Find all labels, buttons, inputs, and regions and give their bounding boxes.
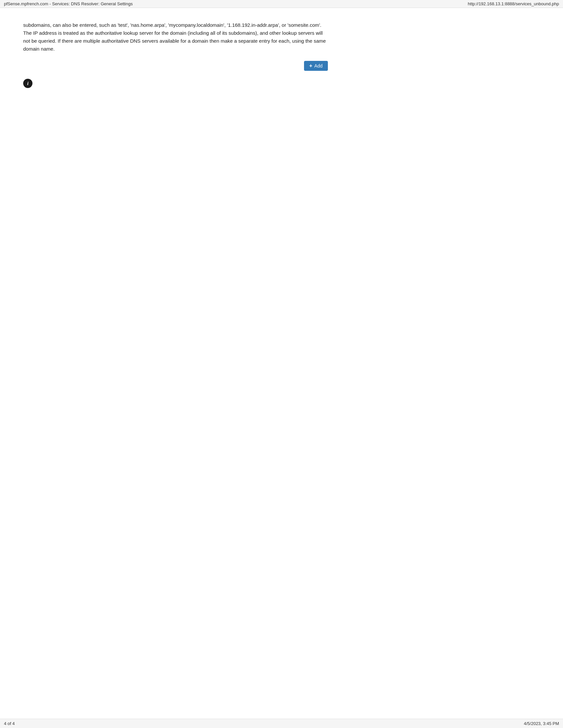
add-button[interactable]: + Add (304, 61, 328, 71)
footer-page-count: 4 of 4 (4, 721, 15, 726)
info-icon: i (23, 79, 32, 88)
plus-icon: + (309, 63, 312, 68)
footer-datetime: 4/5/2023, 3:45 PM (524, 721, 559, 726)
page-footer: 4 of 4 4/5/2023, 3:45 PM (0, 719, 563, 728)
add-button-row: + Add (23, 61, 328, 71)
add-button-label: Add (314, 63, 323, 68)
browser-bar: pfSense.mpfrench.com - Services: DNS Res… (0, 0, 563, 8)
info-icon-container: i (23, 79, 540, 88)
description-text: subdomains, can also be entered, such as… (23, 21, 328, 53)
browser-title: pfSense.mpfrench.com - Services: DNS Res… (4, 1, 133, 6)
browser-url: http://192.168.13.1:8888/services_unboun… (468, 1, 559, 6)
page-content: subdomains, can also be entered, such as… (0, 8, 563, 114)
